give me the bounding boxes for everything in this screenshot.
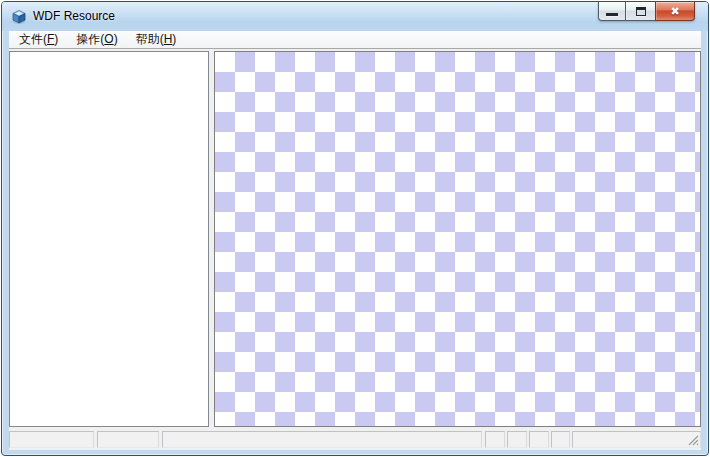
transparency-checkerboard-canvas <box>214 51 701 427</box>
maximize-button[interactable] <box>626 2 655 21</box>
app-window: WDF Resource ✖ 文件(F) 操作(O) 帮助(H) <box>1 1 709 456</box>
close-button[interactable]: ✖ <box>655 2 695 21</box>
menu-operate-accel: O <box>104 32 113 46</box>
statusbar-pane <box>529 431 549 448</box>
client-area: 文件(F) 操作(O) 帮助(H) <box>9 31 701 449</box>
minimize-icon <box>606 13 618 16</box>
statusbar <box>9 429 701 450</box>
menu-operate[interactable]: 操作(O) <box>67 30 126 50</box>
menu-help-label-close: ) <box>172 32 176 46</box>
window-controls: ✖ <box>598 2 695 22</box>
menu-operate-label-close: ) <box>114 32 118 46</box>
statusbar-pane <box>162 431 482 448</box>
close-icon: ✖ <box>670 2 679 20</box>
statusbar-pane <box>485 431 505 448</box>
statusbar-pane <box>572 431 701 448</box>
menu-help-label: 帮助( <box>136 32 164 46</box>
maximize-icon <box>636 7 646 16</box>
app-cube-icon <box>11 9 27 25</box>
statusbar-pane <box>97 431 159 448</box>
resize-grip-icon[interactable] <box>686 433 699 446</box>
main-area <box>9 51 701 427</box>
statusbar-pane <box>551 431 570 448</box>
statusbar-pane <box>507 431 527 448</box>
menubar: 文件(F) 操作(O) 帮助(H) <box>9 31 701 49</box>
minimize-button[interactable] <box>598 2 626 21</box>
window-title: WDF Resource <box>33 9 115 25</box>
statusbar-pane <box>9 431 94 448</box>
menu-file[interactable]: 文件(F) <box>10 30 67 50</box>
resource-tree-panel[interactable] <box>9 51 209 427</box>
menu-file-label-close: ) <box>54 32 58 46</box>
menu-help[interactable]: 帮助(H) <box>127 30 186 50</box>
menu-operate-label: 操作( <box>76 32 104 46</box>
menu-file-label: 文件( <box>19 32 47 46</box>
